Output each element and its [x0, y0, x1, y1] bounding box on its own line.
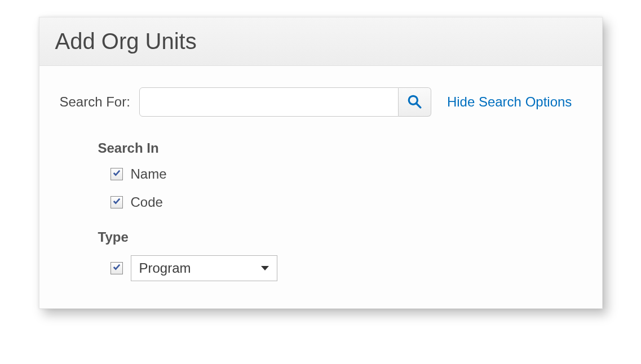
search-input[interactable]: [139, 87, 399, 117]
search-in-code-row: Code: [110, 194, 582, 210]
search-in-code-checkbox[interactable]: [110, 196, 123, 208]
search-icon: [407, 94, 422, 110]
search-in-group-label: Search In: [98, 140, 582, 156]
search-in-name-checkbox[interactable]: [110, 168, 123, 180]
type-row: Program: [110, 255, 582, 281]
hide-search-options-link[interactable]: Hide Search Options: [447, 94, 572, 110]
search-in-code-label: Code: [131, 194, 163, 210]
panel-body: Search For: Hide Search Options Search I…: [39, 66, 602, 308]
type-enable-checkbox[interactable]: [110, 262, 123, 274]
svg-line-1: [417, 103, 421, 108]
checkmark-icon: [113, 197, 121, 207]
page-title: Add Org Units: [55, 29, 586, 54]
chevron-down-icon: [261, 266, 269, 270]
checkmark-icon: [113, 263, 121, 273]
search-options: Search In Name Code Type: [98, 140, 582, 281]
type-select-value: Program: [139, 260, 191, 276]
add-org-units-panel: Add Org Units Search For: Hide Search Op…: [39, 17, 603, 309]
type-group-label: Type: [98, 229, 582, 245]
search-in-name-label: Name: [131, 166, 167, 182]
search-in-name-row: Name: [110, 166, 582, 182]
search-button[interactable]: [399, 87, 431, 117]
search-input-group: [139, 87, 431, 117]
panel-header: Add Org Units: [39, 17, 602, 66]
search-row: Search For: Hide Search Options: [60, 87, 582, 117]
type-select[interactable]: Program: [131, 255, 277, 281]
search-for-label: Search For:: [60, 94, 130, 110]
type-group: Type Program: [98, 229, 582, 281]
checkmark-icon: [113, 169, 121, 179]
